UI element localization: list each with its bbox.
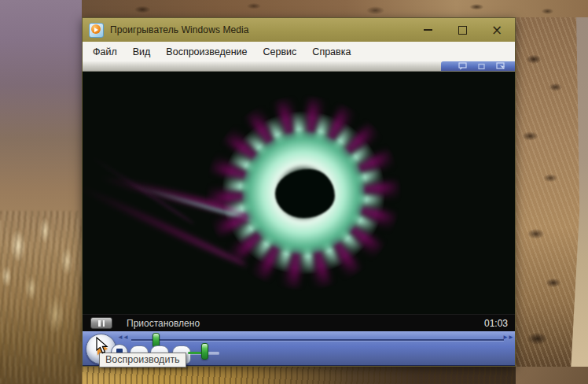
- fast-forward-icon[interactable]: ►►: [502, 334, 513, 341]
- wallpaper-grass-stalks: [0, 211, 82, 384]
- restore-window-icon[interactable]: [478, 63, 485, 70]
- minimize-button[interactable]: [419, 21, 436, 39]
- tooltip: Воспроизводить: [99, 353, 186, 367]
- wallpaper-grass-left: [0, 0, 82, 384]
- rewind-icon[interactable]: ◄◄: [117, 334, 128, 341]
- elapsed-time: 01:03: [484, 318, 508, 329]
- menu-tools[interactable]: Сервис: [255, 44, 305, 60]
- screen: Проигрыватель Windows Media × Файл Вид В…: [0, 0, 588, 384]
- switch-to-skin-mode-icon[interactable]: [496, 62, 505, 70]
- window-controls: ×: [419, 18, 510, 42]
- playback-state-label: Приостановлено: [127, 318, 200, 329]
- menu-help[interactable]: Справка: [304, 44, 358, 60]
- viz-starburst: [201, 90, 406, 295]
- menu-bar: Файл Вид Воспроизведение Сервис Справка: [83, 42, 515, 61]
- menu-file[interactable]: Файл: [85, 44, 125, 60]
- visualization-area[interactable]: [83, 72, 515, 314]
- toolbar-strip: [83, 61, 515, 72]
- quick-access-toolbar: [441, 61, 515, 71]
- quick-access-panel-icon[interactable]: [458, 62, 467, 70]
- menu-view[interactable]: Вид: [125, 44, 159, 60]
- seek-slider-track[interactable]: [131, 339, 504, 341]
- status-bar: Приостановлено 01:03: [83, 314, 515, 331]
- wmp-window: Проигрыватель Windows Media × Файл Вид В…: [82, 17, 516, 367]
- mouse-cursor: [96, 337, 110, 356]
- viz-core-hole: [275, 169, 335, 218]
- maximize-button[interactable]: [454, 21, 471, 39]
- pause-state-icon[interactable]: [90, 317, 112, 329]
- wallpaper-cheetah-fur-top: [82, 0, 588, 17]
- wmp-app-icon: [89, 23, 104, 38]
- titlebar[interactable]: Проигрыватель Windows Media ×: [83, 18, 515, 42]
- wallpaper-bottom: [82, 367, 516, 384]
- close-button[interactable]: ×: [488, 21, 505, 39]
- menu-play[interactable]: Воспроизведение: [158, 44, 255, 60]
- volume-slider-thumb[interactable]: [201, 343, 208, 360]
- window-title: Проигрыватель Windows Media: [110, 24, 249, 35]
